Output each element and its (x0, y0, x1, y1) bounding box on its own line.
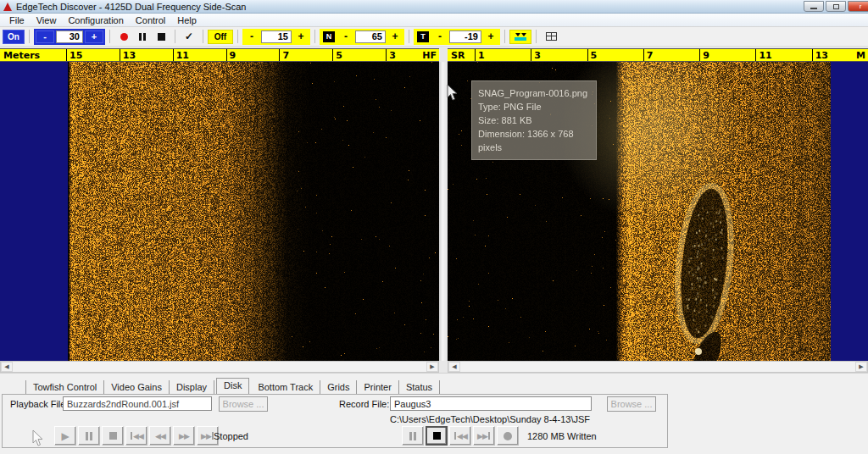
menu-help[interactable]: Help (171, 14, 203, 26)
record-icon (120, 33, 128, 41)
apply-button[interactable]: ✓ (180, 30, 198, 44)
menu-file[interactable]: File (3, 14, 31, 26)
bottom-track-icon (515, 33, 526, 36)
tooltip-size: Size: 881 KB (478, 114, 590, 127)
sonar-on-button[interactable]: On (3, 30, 25, 44)
threshold-control-group: T - -19 + (414, 29, 500, 45)
port-horizontal-scrollbar[interactable]: ◀ ▶ (0, 361, 439, 373)
tab-disk[interactable]: Disk (216, 378, 249, 395)
gain-control-group: - 15 + (242, 29, 310, 45)
record-transport: ◀◀ ▶▶ (402, 426, 519, 446)
tooltip-dimension: Dimension: 1366 x 768 pixels (478, 127, 590, 154)
playback-play-button[interactable]: ▶ (54, 426, 76, 446)
threshold-icon: T (417, 31, 429, 42)
file-info-tooltip: SNAG_Program-0016.png Type: PNG File Siz… (471, 80, 597, 160)
record-button[interactable] (114, 30, 133, 44)
menu-bar: File View Configuration Control Help (0, 14, 868, 27)
playback-file-input[interactable] (63, 396, 212, 411)
scroll-right-icon[interactable]: ▶ (426, 362, 438, 372)
starboard-horizontal-scrollbar[interactable]: ◀ ▶ (448, 361, 868, 373)
normalization-icon: N (323, 31, 335, 42)
stop-icon (158, 33, 165, 41)
bottom-track-button[interactable] (509, 30, 531, 44)
record-stop-button[interactable] (426, 426, 448, 446)
playback-pause-button[interactable] (78, 426, 100, 446)
tab-towfish-control[interactable]: Towfish Control (25, 380, 104, 394)
record-file-input[interactable] (390, 396, 592, 411)
range-rulers: Meters 15 13 11 9 7 5 3 HF SR 1 3 5 7 9 … (0, 47, 868, 62)
secondary-cursor (32, 429, 44, 446)
minimize-button[interactable] (804, 1, 824, 12)
normalization-value-field[interactable]: 65 (355, 30, 386, 43)
record-file-label: Record File: (339, 399, 389, 409)
playback-browse-button[interactable]: Browse ... (219, 396, 268, 412)
ruler-tick: 11 (173, 49, 226, 61)
toolbar: On - 30 + ✓ Off - 15 + N - 65 + T - (0, 27, 868, 47)
ruler-tick: 13 (120, 49, 173, 61)
ruler-tick: 5 (587, 49, 643, 61)
minimize-icon (810, 8, 817, 9)
grid-icon (546, 32, 557, 41)
normalization-control-group: N - 65 + (320, 29, 404, 45)
gain-value-field[interactable]: 15 (261, 30, 292, 43)
ruler-tick: 3 (531, 49, 587, 61)
check-icon: ✓ (185, 30, 193, 42)
sonar-display: SNAG_Program-0016.png Type: PNG File Siz… (0, 62, 868, 361)
mouse-cursor (447, 84, 459, 101)
starboard-ruler-label: SR (448, 49, 475, 61)
record-record-button[interactable] (497, 426, 519, 446)
stop-button[interactable] (152, 30, 170, 44)
menu-view[interactable]: View (31, 14, 63, 26)
playback-skip-start-button[interactable]: ◀◀ (125, 426, 147, 446)
menu-control[interactable]: Control (130, 14, 171, 26)
ruler-tick: 11 (755, 49, 811, 61)
record-pause-button[interactable] (402, 426, 424, 446)
record-skip-start-button[interactable]: ◀◀ (449, 426, 471, 446)
pause-icon (139, 33, 146, 41)
scroll-left-icon[interactable]: ◀ (448, 362, 460, 372)
playback-forward-button[interactable]: ▶▶ (173, 426, 195, 446)
tab-video-gains[interactable]: Video Gains (104, 380, 170, 394)
tab-status[interactable]: Status (399, 380, 440, 394)
gain-decrease-button[interactable]: - (244, 30, 259, 43)
panel-divider (439, 62, 448, 361)
tab-grids[interactable]: Grids (320, 380, 357, 394)
control-panel: Towfish Control Video Gains Display Disk… (0, 373, 868, 452)
tooltip-filename: SNAG_Program-0016.png (478, 86, 590, 100)
record-browse-button[interactable]: Browse ... (607, 396, 656, 412)
playback-rewind-button[interactable]: ◀◀ (149, 426, 171, 446)
gain-increase-button[interactable]: + (293, 30, 309, 43)
pause-button[interactable] (133, 30, 152, 44)
close-button[interactable]: r (848, 1, 868, 12)
port-ruler-label: Meters (0, 49, 66, 61)
range-decrease-button[interactable]: - (36, 30, 54, 43)
threshold-increase-button[interactable]: + (483, 30, 498, 43)
tab-printer[interactable]: Printer (357, 380, 398, 394)
menu-configuration[interactable]: Configuration (62, 14, 129, 26)
range-control-group: - 30 + (34, 29, 105, 45)
threshold-decrease-button[interactable]: - (432, 30, 448, 43)
range-value-field[interactable]: 30 (56, 30, 83, 43)
scroll-right-icon[interactable]: ▶ (855, 362, 867, 372)
grid-toggle-button[interactable] (541, 30, 561, 44)
port-sonar-waterfall[interactable] (0, 62, 439, 361)
gain-off-button[interactable]: Off (208, 30, 233, 44)
tab-bottom-track[interactable]: Bottom Track (251, 380, 320, 394)
edgetech-logo-icon (3, 3, 12, 11)
playback-stop-button[interactable] (102, 426, 124, 446)
title-bar: EdgeTech Discover - 4125D Dual Frequency… (0, 0, 868, 14)
starboard-ruler: SR 1 3 5 7 9 11 13 M (448, 48, 868, 62)
tab-display[interactable]: Display (170, 380, 214, 394)
normalization-increase-button[interactable]: + (387, 30, 403, 43)
ruler-tick: 7 (643, 49, 699, 61)
scroll-left-icon[interactable]: ◀ (1, 362, 13, 372)
starboard-units-label: M (856, 49, 865, 61)
normalization-decrease-button[interactable]: - (338, 30, 353, 43)
record-skip-end-button[interactable]: ▶▶ (473, 426, 495, 446)
maximize-button[interactable] (826, 1, 846, 12)
port-frequency-label: HF (422, 49, 437, 61)
range-increase-button[interactable]: + (85, 30, 103, 43)
ruler-tick: 5 (332, 49, 386, 61)
app-window: EdgeTech Discover - 4125D Dual Frequency… (0, 0, 868, 454)
threshold-value-field[interactable]: -19 (449, 30, 481, 43)
